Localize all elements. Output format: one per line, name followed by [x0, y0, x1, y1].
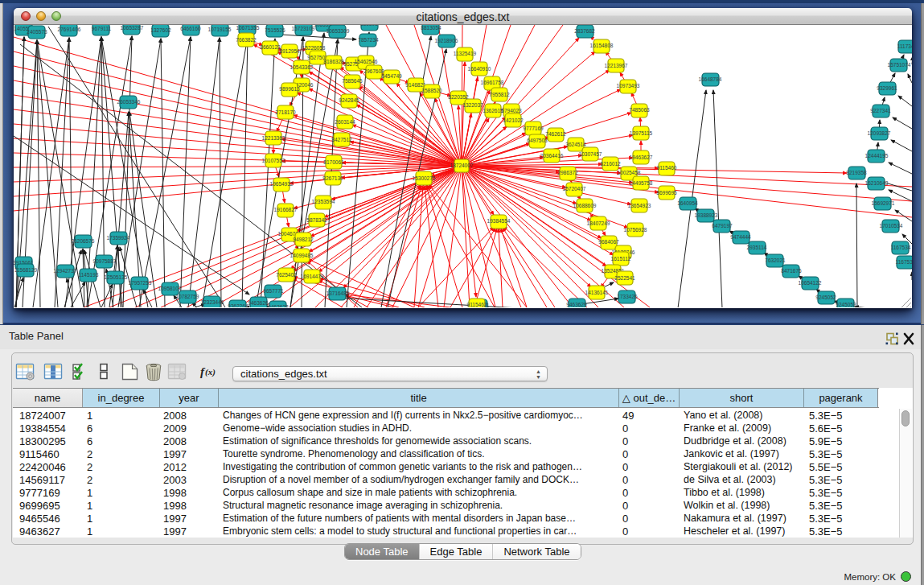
svg-text:9245053: 9245053 [836, 302, 856, 307]
svg-text:(x): (x) [205, 367, 216, 377]
svg-text:9474444: 9474444 [730, 234, 751, 240]
svg-text:12323446: 12323446 [201, 299, 224, 305]
svg-text:1322037: 1322037 [462, 102, 483, 108]
svg-text:9227341: 9227341 [870, 108, 891, 113]
svg-text:9115462: 9115462 [467, 302, 487, 307]
svg-text:3624514: 3624514 [565, 142, 586, 147]
svg-text:1733426: 1733426 [617, 294, 638, 299]
svg-text:16648784: 16648784 [699, 76, 722, 82]
svg-text:9657771: 9657771 [263, 288, 284, 294]
svg-text:10654122: 10654122 [799, 280, 822, 286]
svg-text:15692971: 15692971 [872, 200, 895, 206]
svg-text:7857234: 7857234 [358, 37, 379, 43]
svg-text:19654932: 19654932 [270, 181, 294, 187]
svg-text:7625402: 7625402 [276, 272, 297, 278]
svg-text:26206576: 26206576 [72, 238, 95, 244]
svg-text:8471676: 8471676 [781, 268, 802, 274]
svg-text:9146821: 9146821 [405, 82, 426, 88]
svg-text:9463626: 9463626 [248, 300, 269, 306]
svg-text:14099485: 14099485 [290, 253, 314, 258]
svg-text:1615112: 1615112 [611, 256, 631, 262]
svg-text:9684067: 9684067 [598, 239, 619, 245]
svg-text:16154808: 16154808 [590, 43, 614, 48]
svg-text:6497503: 6497503 [527, 138, 548, 143]
svg-text:9777169: 9777169 [523, 126, 544, 131]
svg-text:16640910: 16640910 [468, 66, 491, 72]
svg-text:13716485: 13716485 [326, 290, 350, 296]
svg-text:15226058: 15226058 [302, 45, 326, 51]
svg-text:11568129: 11568129 [14, 267, 38, 273]
svg-text:6466160: 6466160 [180, 26, 201, 31]
svg-text:9242845: 9242845 [339, 97, 359, 103]
svg-text:2986372: 2986372 [557, 170, 578, 175]
svg-text:8220352: 8220352 [448, 94, 469, 100]
svg-text:10756928: 10756928 [624, 227, 647, 233]
svg-text:1421022: 1421022 [503, 117, 524, 123]
svg-text:12353594: 12353594 [312, 199, 335, 204]
svg-text:15723109: 15723109 [292, 26, 315, 31]
svg-text:13975115: 13975115 [630, 130, 653, 136]
svg-text:2603144: 2603144 [335, 119, 355, 125]
svg-text:9362264: 9362264 [228, 303, 248, 307]
svg-text:7632021: 7632021 [765, 257, 786, 263]
svg-text:90975887: 90975887 [93, 258, 117, 264]
svg-text:27691406: 27691406 [58, 27, 81, 32]
svg-text:1167535: 1167535 [896, 259, 912, 265]
svg-text:1145193: 1145193 [79, 272, 99, 278]
svg-text:16914479: 16914479 [301, 274, 324, 279]
svg-text:8219358: 8219358 [846, 170, 867, 175]
svg-text:8267130: 8267130 [322, 175, 343, 181]
svg-text:7585645: 7585645 [342, 78, 363, 84]
svg-text:10688609: 10688609 [573, 203, 597, 208]
svg-text:2718170: 2718170 [275, 109, 296, 115]
svg-text:17957253: 17957253 [129, 280, 152, 286]
svg-text:12942737: 12942737 [54, 268, 77, 274]
svg-text:20364416: 20364416 [540, 153, 564, 159]
svg-text:9463629: 9463629 [566, 302, 587, 307]
svg-text:8660123: 8660123 [260, 44, 281, 50]
svg-text:2522541: 2522541 [614, 275, 635, 281]
svg-text:1167534: 1167534 [891, 245, 911, 250]
svg-text:19166827: 19166827 [274, 207, 298, 212]
svg-text:15300275: 15300275 [413, 175, 436, 181]
svg-text:9498212: 9498212 [293, 237, 314, 242]
svg-text:7955812: 7955812 [489, 92, 510, 97]
svg-text:6216012: 6216012 [600, 161, 621, 167]
svg-text:10653287: 10653287 [121, 25, 144, 31]
svg-text:16210643: 16210643 [865, 180, 889, 186]
svg-text:19218906: 19218906 [435, 38, 458, 43]
svg-text:9899613: 9899613 [279, 86, 300, 92]
svg-text:9329961: 9329961 [877, 85, 897, 91]
svg-text:26053346: 26053346 [117, 99, 141, 105]
svg-text:1362615: 1362615 [483, 108, 503, 113]
svg-text:18407249: 18407249 [587, 220, 610, 226]
svg-text:2837682: 2837682 [574, 28, 595, 34]
svg-text:10719155: 10719155 [208, 27, 232, 32]
svg-text:10782759: 10782759 [176, 294, 199, 299]
svg-text:12213363: 12213363 [262, 135, 285, 141]
svg-text:19388923: 19388923 [695, 212, 718, 218]
svg-text:10653309: 10653309 [326, 28, 350, 34]
svg-text:8699695: 8699695 [656, 190, 677, 196]
svg-text:11325419: 11325419 [454, 51, 477, 56]
svg-text:8813054: 8813054 [421, 25, 441, 31]
svg-text:9679111: 9679111 [92, 26, 112, 31]
svg-text:1640954: 1640954 [677, 200, 698, 206]
svg-text:12444195: 12444195 [865, 153, 889, 159]
svg-text:881305: 881305 [360, 25, 378, 27]
svg-text:1327602: 1327602 [150, 27, 171, 33]
svg-text:8454749: 8454749 [381, 73, 402, 79]
svg-text:18724007: 18724007 [450, 163, 474, 168]
svg-text:10107553: 10107553 [262, 158, 285, 163]
svg-text:1588520: 1588520 [421, 88, 442, 93]
svg-text:13654923: 13654923 [628, 203, 651, 208]
svg-text:1117345: 1117345 [897, 43, 912, 49]
svg-text:6479197: 6479197 [712, 223, 733, 229]
svg-text:7485063: 7485063 [629, 107, 650, 113]
svg-text:7515526: 7515526 [265, 27, 285, 33]
svg-text:10307457: 10307457 [579, 151, 602, 157]
svg-text:17010534: 17010534 [880, 223, 903, 229]
svg-text:12213967: 12213967 [605, 63, 628, 68]
svg-text:14136141: 14136141 [585, 290, 609, 295]
svg-text:9115460: 9115460 [657, 165, 677, 171]
